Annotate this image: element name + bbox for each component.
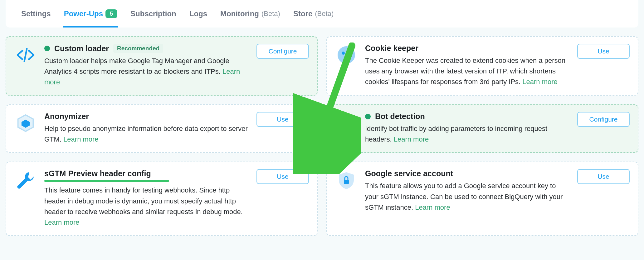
tab-sublabel: (Beta) — [315, 10, 334, 18]
learn-more-link[interactable]: Learn more — [44, 218, 80, 226]
tab-label: Settings — [21, 9, 51, 18]
recommended-badge: Recommended — [113, 44, 163, 53]
heartbeat-icon — [335, 112, 358, 134]
learn-more-link[interactable]: Learn more — [415, 203, 450, 211]
use-button[interactable]: Use — [577, 44, 630, 59]
configure-button[interactable]: Configure — [577, 112, 630, 127]
tab-label: Monitoring — [220, 9, 259, 18]
card-title: Custom loader — [54, 44, 109, 53]
card-description: Help to pseudo anonymize information bef… — [44, 123, 249, 145]
tab-logs[interactable]: Logs — [189, 4, 208, 28]
tab-sublabel: (Beta) — [261, 10, 280, 18]
card-google-service-account: Google service account This feature allo… — [326, 162, 638, 236]
card-cookie-keeper: Cookie keeper The Cookie Keeper was crea… — [326, 36, 638, 96]
svg-point-3 — [347, 50, 350, 53]
svg-line-0 — [24, 49, 27, 61]
learn-more-link[interactable]: Learn more — [394, 135, 429, 143]
card-sgtm-preview: sGTM Preview header config This feature … — [6, 162, 318, 236]
tab-bar: Settings Power-Ups 5 Subscription Logs M… — [6, 0, 638, 28]
card-title: Google service account — [365, 169, 453, 178]
card-title: sGTM Preview header config — [44, 169, 151, 178]
svg-point-4 — [345, 56, 349, 59]
use-button[interactable]: Use — [256, 112, 309, 127]
learn-more-link[interactable]: Learn more — [522, 78, 558, 86]
svg-rect-7 — [344, 180, 349, 184]
card-description: Custom loader helps make Google Tag Mana… — [44, 56, 249, 88]
tab-monitoring[interactable]: Monitoring (Beta) — [220, 4, 281, 28]
tab-badge-count: 5 — [105, 9, 117, 18]
card-description: This feature allows you to add a Google … — [365, 181, 570, 212]
use-button[interactable]: Use — [577, 169, 630, 184]
card-description: The Cookie Keeper was created to extend … — [365, 55, 570, 87]
card-title: Bot detection — [375, 112, 425, 121]
status-dot-active — [44, 46, 50, 51]
cookie-icon — [335, 44, 358, 66]
card-custom-loader: Custom loader Recommended Custom loader … — [6, 36, 318, 96]
power-ups-grid: Custom loader Recommended Custom loader … — [6, 36, 638, 236]
shield-lock-icon — [335, 169, 358, 192]
card-description: Identify bot traffic by adding parameter… — [365, 123, 570, 145]
hexagon-icon — [14, 112, 37, 134]
highlight-underline — [44, 180, 169, 182]
card-title: Cookie keeper — [365, 44, 418, 53]
wrench-icon — [14, 169, 37, 192]
tab-power-ups[interactable]: Power-Ups 5 — [63, 4, 118, 28]
status-dot-active — [365, 114, 371, 119]
configure-button[interactable]: Configure — [256, 44, 309, 59]
card-title: Anonymizer — [44, 112, 89, 121]
tab-store[interactable]: Store (Beta) — [293, 4, 334, 28]
tab-settings[interactable]: Settings — [21, 4, 51, 28]
card-bot-detection: Bot detection Identify bot traffic by ad… — [326, 104, 638, 153]
tab-label: Store — [293, 9, 312, 18]
card-anonymizer: Anonymizer Help to pseudo anonymize info… — [6, 104, 318, 153]
learn-more-link[interactable]: Learn more — [63, 135, 99, 143]
tab-label: Logs — [189, 9, 207, 18]
code-icon — [14, 44, 37, 66]
tab-label: Power-Ups — [64, 9, 103, 18]
use-button[interactable]: Use — [256, 169, 309, 184]
tab-subscription[interactable]: Subscription — [130, 4, 177, 28]
svg-point-1 — [338, 46, 355, 64]
svg-point-2 — [342, 52, 345, 55]
tab-label: Subscription — [130, 9, 176, 18]
card-description: This feature comes in handy for testing … — [44, 185, 249, 228]
